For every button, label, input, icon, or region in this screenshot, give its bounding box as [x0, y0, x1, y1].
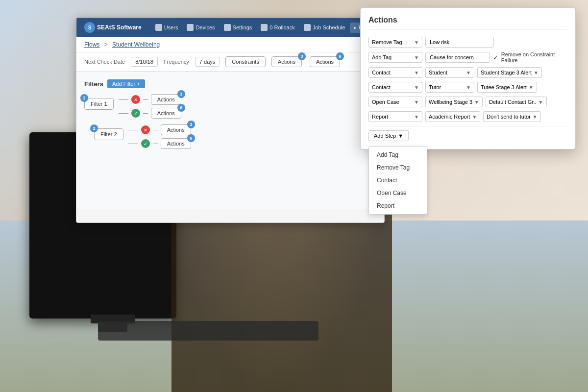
filter2-box-container: Filter 2 2 — [94, 128, 123, 140]
filter2-actions-bottom-container: 6 Actions — [161, 138, 191, 149]
action-select-contactgr[interactable]: Default Contact Gr.. ▼ — [486, 97, 547, 107]
filter2-actions-top-btn[interactable]: Actions — [161, 124, 191, 135]
action-select-removetag-label: Remove Tag — [372, 39, 402, 45]
add-step-dropdown: Add Tag Remove Tag Contact Open Case Rep… — [368, 146, 427, 215]
filter2-branch-top: ✕ 3 Actions — [128, 124, 191, 135]
select-arrow-5: ▼ — [534, 70, 539, 75]
action-select-tuteealert-label: Tutee Stage 3 Alert — [481, 84, 527, 90]
remove-on-constraint-label: Remove on Constraint Failure — [501, 51, 567, 63]
dropdown-item-addtag[interactable]: Add Tag — [369, 148, 427, 161]
nav-users-label: Users — [164, 24, 178, 30]
logo-text: SEAtS Software — [97, 24, 142, 31]
action-select-tutor-label: Tutor — [429, 84, 441, 90]
action-select-addtag[interactable]: Add Tag ▼ — [368, 52, 422, 63]
connector-4 — [143, 113, 148, 114]
action-select-tutor[interactable]: Tutor ▼ — [425, 82, 474, 93]
frequency-label: Frequency — [164, 59, 189, 65]
filters-section: Filters Add Filter + — [84, 79, 376, 88]
breadcrumb-parent[interactable]: Flows — [84, 41, 99, 48]
connector-1 — [119, 99, 128, 100]
action-row-2: Add Tag ▼ ✓ Remove on Constraint Failure — [368, 51, 567, 63]
nav-item-schedule[interactable]: Job Schedule — [300, 22, 349, 33]
actions-btn-1-container: 3 Actions — [271, 56, 302, 67]
filter1-actions-top-btn[interactable]: Actions — [151, 94, 181, 105]
add-step-button[interactable]: Add Step ▼ — [368, 130, 409, 141]
select-arrow-14: ▼ — [533, 114, 538, 120]
filter2-actions-bottom-badge: 6 — [187, 134, 195, 142]
connector-2 — [143, 99, 148, 100]
select-arrow-10: ▼ — [474, 99, 479, 105]
filter2-branch-bottom: ✓ 6 Actions — [128, 138, 191, 149]
filter1-check-circle: ✓ — [131, 109, 140, 118]
action-select-contact2-label: Contact — [372, 84, 391, 90]
devices-icon — [187, 24, 194, 31]
action-select-student[interactable]: Student ▼ — [425, 67, 474, 78]
action-select-contactgr-label: Default Contact Gr.. — [489, 99, 537, 105]
separator — [368, 126, 567, 126]
nav-item-users[interactable]: Users — [151, 22, 182, 33]
breadcrumb-separator: > — [104, 41, 108, 48]
filter2-actions-bottom-btn[interactable]: Actions — [161, 138, 191, 149]
nav-item-settings[interactable]: Settings — [220, 22, 256, 33]
action-value-lowrisk[interactable] — [425, 37, 494, 48]
constraints-button[interactable]: Constraints — [225, 56, 266, 67]
controls-bar: Next Check Date 8/10/18 Frequency 7 days… — [76, 52, 384, 72]
actions-badge-1: 3 — [298, 52, 306, 60]
nav-bar: S SEAtS Software Users Devices Settings … — [76, 18, 384, 37]
nav-logo: S SEAtS Software — [80, 22, 146, 33]
frequency-input[interactable]: 7 days — [195, 57, 220, 67]
add-filter-button[interactable]: Add Filter + — [107, 79, 145, 88]
add-step-arrow: ▼ — [398, 133, 403, 139]
filter1-box-container: Filter 1 2 — [84, 98, 114, 110]
filter2-badge-blue: 2 — [90, 124, 98, 132]
dropdown-item-contact[interactable]: Contact — [369, 174, 427, 187]
action-select-dontsendstutor[interactable]: Don't send to tutor ▼ — [483, 111, 540, 122]
nav-schedule-label: Job Schedule — [313, 24, 345, 30]
select-arrow-9: ▼ — [414, 99, 419, 105]
action-select-academicreport[interactable]: Academic Report ▼ — [425, 111, 480, 122]
connector-3 — [119, 113, 128, 114]
nav-item-devices[interactable]: Devices — [183, 22, 219, 33]
select-arrow-11: ▼ — [539, 99, 543, 105]
filter1-group: Filter 1 2 ✕ 3 Actions ✓ — [84, 94, 376, 119]
select-arrow-7: ▼ — [466, 85, 471, 90]
breadcrumb-current[interactable]: Student Wellbeing — [112, 41, 160, 48]
action-select-contact1[interactable]: Contact ▼ — [368, 67, 422, 78]
action-select-wellbeing[interactable]: Wellbeing Stage 3 ▼ — [425, 97, 483, 107]
filter2-branches: ✕ 3 Actions ✓ 6 Actions — [128, 124, 191, 149]
next-check-date-input[interactable]: 8/10/18 — [131, 57, 158, 67]
next-check-date-label: Next Check Date — [84, 59, 125, 65]
dropdown-item-opencase[interactable]: Open Case — [369, 187, 427, 199]
actions-button-2[interactable]: Actions — [310, 56, 340, 67]
action-select-contact1-label: Contact — [372, 70, 391, 75]
action-select-removetag[interactable]: Remove Tag ▼ — [368, 37, 422, 48]
action-select-dontsendstutor-label: Don't send to tutor — [487, 114, 531, 120]
action-select-report[interactable]: Report ▼ — [368, 111, 422, 122]
dropdown-item-removetag[interactable]: Remove Tag — [369, 161, 427, 174]
filter1-actions-bottom-btn[interactable]: Actions — [151, 108, 181, 119]
select-arrow-12: ▼ — [414, 114, 419, 120]
dropdown-item-report[interactable]: Report — [369, 199, 427, 212]
action-select-contact2[interactable]: Contact ▼ — [368, 82, 422, 93]
actions-button-1[interactable]: Actions — [271, 56, 302, 67]
action-select-academicreport-label: Academic Report — [429, 114, 470, 120]
logo-letter: S — [88, 25, 92, 30]
select-arrow-1: ▼ — [414, 40, 419, 45]
select-arrow-2: ▼ — [414, 55, 419, 60]
filters-label: Filters — [84, 80, 103, 88]
action-select-report-label: Report — [372, 114, 388, 120]
action-row-4: Contact ▼ Tutor ▼ Tutee Stage 3 Alert ▼ — [368, 82, 567, 93]
action-select-opencase[interactable]: Open Case ▼ — [368, 97, 422, 107]
nav-settings-label: Settings — [233, 24, 252, 30]
filter2-box[interactable]: Filter 2 — [94, 128, 123, 140]
filter1-box[interactable]: Filter 1 — [84, 98, 114, 110]
action-select-tuteealert[interactable]: Tutee Stage 3 Alert ▼ — [477, 82, 537, 93]
action-value-concern[interactable] — [425, 52, 490, 63]
filter1-branch-bottom: ✓ 6 Actions — [119, 108, 181, 119]
keyboard — [98, 321, 318, 341]
filter2-actions-top-container: 3 Actions — [161, 124, 191, 135]
nav-item-rollback[interactable]: 0 Rollback — [257, 22, 298, 33]
filter1-actions-top-badge: 3 — [177, 90, 185, 98]
checkmark-icon: ✓ — [493, 54, 498, 61]
action-select-studentalert[interactable]: Student Stage 3 Alert ▼ — [477, 67, 542, 78]
